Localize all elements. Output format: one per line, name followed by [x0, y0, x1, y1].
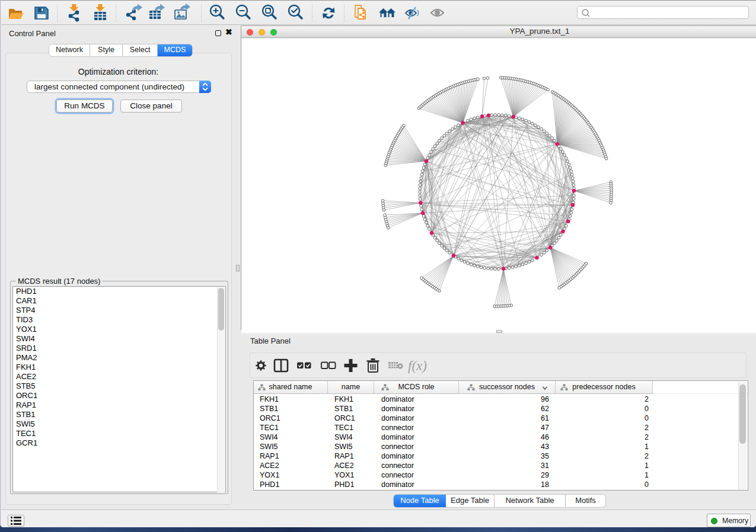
svg-text:f(x): f(x) — [408, 358, 427, 373]
